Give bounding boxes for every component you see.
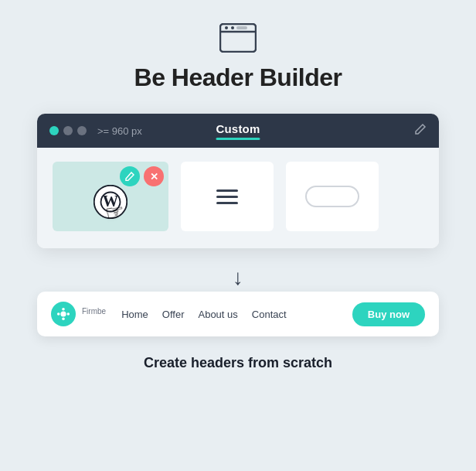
preview-card: Firmbe Home Offer About us Contact Buy n… — [37, 292, 439, 336]
firm-logo: Firmbe — [51, 302, 106, 326]
breakpoint-label: >= 960 px — [97, 125, 142, 137]
svg-rect-4 — [236, 26, 247, 29]
arrow-down-icon: ↓ — [233, 267, 243, 288]
tab-underline — [216, 138, 260, 140]
bottom-text: Create headers from scratch — [144, 355, 332, 371]
browser-icon — [219, 23, 257, 53]
dot-green — [49, 126, 59, 135]
edit-overlay: ✕ — [120, 166, 164, 186]
nav-home[interactable]: Home — [121, 309, 148, 320]
nav-offer[interactable]: Offer — [162, 309, 185, 320]
edit-pencil-btn[interactable] — [120, 166, 140, 186]
nav-about[interactable]: About us — [198, 309, 237, 320]
builder-card: >= 960 px Custom — [37, 114, 439, 248]
svg-point-11 — [57, 312, 60, 316]
svg-point-10 — [62, 318, 65, 321]
builder-content: ✕ W ☞ — [37, 148, 439, 248]
edit-icon[interactable] — [414, 123, 427, 138]
close-btn[interactable]: ✕ — [144, 166, 164, 186]
dot-gray1 — [63, 126, 73, 135]
hamburger-icon — [216, 189, 238, 204]
buy-now-button[interactable]: Buy now — [352, 302, 425, 326]
tab-center: Custom — [216, 122, 260, 140]
button-cell[interactable] — [286, 162, 379, 231]
tab-label: Custom — [216, 122, 260, 135]
svg-point-2 — [225, 26, 228, 29]
firm-icon — [51, 302, 76, 326]
svg-point-12 — [67, 312, 70, 316]
menu-cell[interactable] — [181, 162, 274, 231]
main-container: Be Header Builder >= 960 px Custom — [0, 0, 476, 471]
dot-gray2 — [77, 126, 87, 135]
svg-point-8 — [60, 311, 66, 316]
builder-topbar: >= 960 px Custom — [37, 114, 439, 148]
firm-name: Firmbe — [82, 307, 106, 321]
main-title: Be Header Builder — [134, 63, 342, 92]
logo-cell[interactable]: ✕ W ☞ — [53, 162, 168, 231]
button-outline-preview — [305, 186, 359, 207]
svg-point-9 — [62, 308, 65, 311]
nav-contact[interactable]: Contact — [252, 309, 287, 320]
nav-links: Home Offer About us Contact — [121, 309, 352, 320]
svg-point-3 — [231, 26, 234, 29]
